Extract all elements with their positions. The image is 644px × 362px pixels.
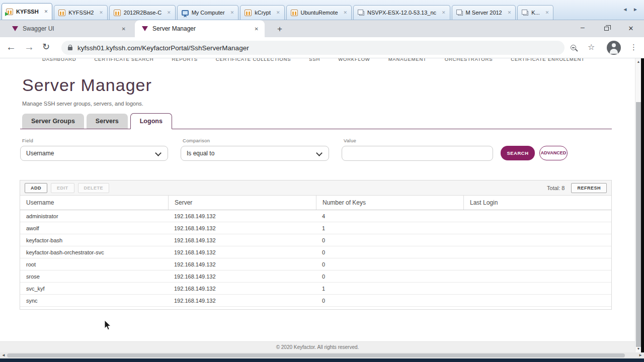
nav-item[interactable]: REPORTS — [172, 58, 197, 62]
close-icon[interactable]: ✕ — [255, 26, 259, 32]
keyfactor-favicon — [142, 26, 148, 31]
tab-scroll-right-icon[interactable]: ► — [633, 7, 640, 12]
remote-session-tab[interactable]: 2012R2Base-C ✕ — [109, 5, 176, 20]
nav-item[interactable]: WORKFLOW — [338, 58, 370, 62]
value-label: Value — [344, 138, 356, 143]
page-tabs: Server Groups Servers Logons — [20, 113, 612, 129]
remote-session-tab-label: KYFSSH2 — [68, 10, 94, 16]
cell-server: 192.168.149.132 — [168, 246, 316, 258]
column-header-number-of-keys[interactable]: Number of Keys — [316, 196, 463, 210]
windows-icon — [523, 11, 528, 16]
remote-session-tab[interactable]: KYFSSH ✕ — [2, 3, 52, 20]
vertical-scrollbar[interactable]: ▲ ▼ — [635, 58, 641, 352]
nav-item[interactable]: CERTIFICATE COLLECTIONS — [216, 58, 291, 62]
remote-session-tab[interactable]: UbuntuRemote ✕ — [286, 5, 352, 20]
browser-tab-server-manager[interactable]: Server Manager ✕ — [135, 20, 265, 37]
browser-tab-title: Server Manager — [152, 25, 196, 32]
cell-last-login — [463, 234, 611, 246]
table-row[interactable]: sync 192.168.149.132 0 — [20, 295, 611, 307]
nav-item[interactable]: DASHBOARD — [42, 58, 76, 62]
remote-session-tab[interactable]: NSVPX-ESX-12.0-53.13_nc ✕ — [353, 5, 450, 20]
cell-server: 192.168.149.132 — [168, 270, 316, 282]
column-header-server[interactable]: Server — [168, 196, 316, 210]
bookmark-star-icon[interactable]: ☆ — [588, 42, 595, 52]
cell-username: keyfactor-bash — [20, 234, 168, 246]
remote-session-tab[interactable]: kCrypt ✕ — [240, 5, 284, 20]
zoom-out-page-icon[interactable] — [571, 45, 576, 50]
table-row[interactable]: awolf 192.168.149.132 1 — [20, 222, 611, 234]
new-tab-button[interactable]: + — [274, 24, 286, 36]
cell-number-of-keys: 0 — [316, 246, 463, 258]
table-row[interactable]: keyfactor-bash 192.168.149.132 0 — [20, 234, 611, 246]
reload-icon[interactable]: ↻ — [42, 41, 50, 52]
cell-last-login — [463, 295, 611, 306]
remote-session-tab[interactable]: KYFSSH2 ✕ — [54, 5, 108, 20]
add-button[interactable]: ADD — [25, 183, 47, 193]
vertical-scrollbar-thumb[interactable] — [636, 102, 641, 347]
tab-logons[interactable]: Logons — [130, 113, 172, 129]
column-header-username[interactable]: Username — [20, 196, 168, 210]
close-icon[interactable]: ✕ — [508, 10, 512, 15]
lock-icon — [68, 47, 72, 50]
scroll-right-icon[interactable]: ► — [638, 352, 642, 358]
horizontal-scrollbar[interactable]: ◄ ► — [0, 352, 644, 358]
close-icon[interactable]: ✕ — [230, 10, 234, 15]
refresh-button[interactable]: REFRESH — [571, 183, 607, 193]
remote-session-tab[interactable]: K... ✕ — [517, 5, 553, 20]
cell-last-login — [463, 210, 611, 222]
tab-server-groups[interactable]: Server Groups — [22, 114, 84, 129]
cell-username: sync — [20, 295, 168, 306]
close-icon[interactable]: ✕ — [122, 26, 126, 32]
comparison-select[interactable]: Is equal to — [181, 146, 329, 161]
forward-icon[interactable]: → — [24, 41, 34, 53]
cell-server: 192.168.149.132 — [168, 210, 316, 222]
nav-item[interactable]: CERTIFICATE ENROLLMENT — [511, 58, 585, 62]
profile-avatar[interactable] — [607, 41, 621, 55]
table-row[interactable]: administrator 192.168.149.132 4 — [20, 210, 611, 222]
close-icon[interactable]: ✕ — [44, 9, 48, 14]
connection-icon — [245, 10, 252, 16]
browser-tab-swagger[interactable]: Swagger UI ✕ — [5, 20, 132, 37]
close-icon[interactable]: ✕ — [442, 10, 446, 15]
tab-servers[interactable]: Servers — [87, 114, 128, 129]
value-input[interactable] — [342, 146, 493, 161]
table-row[interactable]: keyfactor-bash-orchestrator-svc 192.168.… — [20, 246, 611, 258]
comparison-label: Comparison — [183, 138, 210, 143]
remote-session-tab[interactable]: My Computer ✕ — [177, 5, 239, 20]
field-select[interactable]: Username — [20, 146, 168, 161]
close-icon[interactable]: ✕ — [276, 10, 280, 15]
cell-server: 192.168.149.132 — [168, 295, 316, 306]
nav-item[interactable]: ORCHESTRATORS — [445, 58, 493, 62]
address-bar[interactable]: kyfssh01.kyfssh.com/KeyfactorPortal/SshS… — [61, 41, 565, 55]
nav-item[interactable]: SSH — [309, 58, 320, 62]
cell-number-of-keys: 1 — [316, 283, 463, 294]
nav-item[interactable]: CERTIFICATE SEARCH — [94, 58, 153, 62]
remote-session-tab[interactable]: M Server 2012 ✕ — [452, 5, 516, 20]
remote-session-tab-label: kCrypt — [255, 10, 271, 16]
table-row[interactable]: svc_kyf 192.168.149.132 1 — [20, 283, 611, 295]
computer-icon — [182, 10, 189, 16]
window-restore-button[interactable] — [602, 24, 612, 33]
delete-button[interactable]: DELETE — [78, 183, 110, 193]
window-close-button[interactable]: ✕ — [626, 24, 636, 33]
remote-session-tab-label: 2012R2Base-C — [124, 10, 162, 16]
horizontal-scrollbar-thumb[interactable] — [7, 353, 625, 357]
back-icon[interactable]: ← — [6, 41, 16, 53]
close-icon[interactable]: ✕ — [167, 10, 171, 15]
table-row[interactable]: srose 192.168.149.132 0 — [20, 270, 611, 283]
table-row[interactable]: root 192.168.149.132 0 — [20, 258, 611, 270]
search-button[interactable]: SEARCH — [501, 146, 535, 160]
close-icon[interactable]: ✕ — [545, 10, 549, 15]
browser-menu-icon[interactable]: ⋮ — [630, 43, 637, 52]
url-text[interactable]: kyfssh01.kyfssh.com/KeyfactorPortal/SshS… — [77, 44, 249, 52]
tab-scroll-left-icon[interactable]: ◄ — [622, 7, 629, 12]
scroll-left-icon[interactable]: ◄ — [2, 352, 6, 358]
close-icon[interactable]: ✕ — [344, 10, 348, 15]
close-icon[interactable]: ✕ — [99, 10, 103, 15]
nav-item[interactable]: MANAGEMENT — [388, 58, 427, 62]
window-minimize-button[interactable]: – — [578, 24, 588, 33]
edit-button[interactable]: EDIT — [51, 183, 74, 193]
advanced-button[interactable]: ADVANCED — [539, 146, 568, 160]
grid-toolbar: ADD EDIT DELETE Total: 8 REFRESH — [20, 180, 611, 196]
column-header-last-login[interactable]: Last Login — [463, 196, 611, 210]
